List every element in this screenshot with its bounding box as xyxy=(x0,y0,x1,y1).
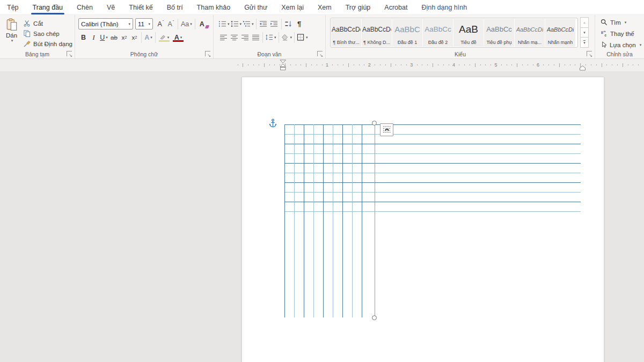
subscript-button[interactable]: x2 xyxy=(119,32,129,43)
ruler-tick xyxy=(422,64,422,65)
ruler-tick xyxy=(606,64,607,65)
grid-horizontal-line xyxy=(284,173,581,173)
style-chip-h1[interactable]: AaBbCĐầu đề 1 xyxy=(392,19,422,47)
gallery-more-button[interactable]: ▾ xyxy=(580,37,589,48)
ruler-tick xyxy=(253,64,254,65)
replace-button[interactable]: b c Thay thế xyxy=(601,29,642,38)
dialog-launcher-icon[interactable]: ↘ xyxy=(317,51,323,56)
separator xyxy=(256,19,257,29)
cut-button[interactable]: Cắt xyxy=(24,19,72,28)
ruler-number: 2 xyxy=(368,62,371,68)
shading-button[interactable]: ▾ xyxy=(281,32,293,43)
underline-button[interactable]: U ▾ xyxy=(99,32,109,43)
tab-11-acrobat[interactable]: Acrobat xyxy=(377,0,414,14)
ruler-tick xyxy=(633,64,633,65)
ruler-tick xyxy=(280,64,280,65)
style-chip-em2[interactable]: AaBbCcDiNhấn mạnh xyxy=(545,19,575,47)
clear-formatting-button[interactable]: A xyxy=(197,18,207,29)
ruler-tick xyxy=(475,63,475,67)
layout-options-button[interactable] xyxy=(380,123,393,136)
paste-button[interactable]: Dán ▾ xyxy=(3,18,20,50)
search-icon xyxy=(601,19,608,26)
shrink-font-button[interactable]: Aˇ xyxy=(166,18,176,29)
font-size-select[interactable]: 11 ▾ xyxy=(135,18,153,29)
bullets-button[interactable]: ▾ xyxy=(218,18,230,29)
strikethrough-button[interactable]: ab xyxy=(109,32,119,43)
shape-resize-handle-bottom[interactable] xyxy=(372,315,377,320)
sort-button[interactable] xyxy=(283,18,294,29)
gallery-scroll-down-button[interactable]: ▾ xyxy=(580,27,589,38)
ruler-tick xyxy=(285,63,286,67)
bold-button[interactable]: B xyxy=(78,32,89,43)
style-name: Tiêu đề phụ xyxy=(486,40,511,45)
document-area[interactable] xyxy=(0,71,644,362)
select-button[interactable]: Lựa chọn ▾ xyxy=(601,40,642,49)
style-name: Nhấn mạ... xyxy=(518,40,541,45)
tab-7-gửi-thư[interactable]: Gửi thư xyxy=(237,0,274,14)
style-chip-normal[interactable]: AaBbCcDc¶ Bình thư... xyxy=(331,19,361,47)
numbering-button[interactable]: ▾ xyxy=(230,18,243,29)
font-color-button[interactable]: A ▾ xyxy=(171,32,185,43)
tab-8-xem-lại[interactable]: Xem lại xyxy=(274,0,311,14)
grid-vertical-line xyxy=(342,124,343,317)
tab-1-trang-đầu[interactable]: Trang đầu xyxy=(26,0,70,14)
increase-indent-icon xyxy=(270,20,278,27)
paste-label: Dán xyxy=(6,32,17,39)
align-left-button[interactable] xyxy=(218,32,229,43)
style-chip-h2[interactable]: AaBbCcĐầu đề 2 xyxy=(423,19,453,47)
dialog-launcher-icon[interactable]: ↘ xyxy=(587,51,592,56)
dialog-launcher-icon[interactable]: ↘ xyxy=(205,51,210,56)
italic-button[interactable]: I xyxy=(89,32,99,43)
separator xyxy=(281,19,282,29)
style-chip-subtitle[interactable]: AaBbCcTiêu đề phụ xyxy=(484,19,514,47)
tab-10-trợ-giúp[interactable]: Trợ giúp xyxy=(339,0,378,14)
tab-0-tệp[interactable]: Tệp xyxy=(0,0,26,14)
grid-vertical-line xyxy=(294,124,295,317)
ruler-tick xyxy=(501,64,502,65)
grow-font-button[interactable]: Aˆ xyxy=(156,18,166,29)
copy-button[interactable]: Sao chép xyxy=(24,29,72,38)
font-name-select[interactable]: Calibri (Thân) ▾ xyxy=(78,18,133,29)
highlight-color-button[interactable]: ▾ xyxy=(157,32,171,43)
tab-4-thiết-kế[interactable]: Thiết kế xyxy=(122,0,159,14)
text-effects-button[interactable]: A▾ xyxy=(143,32,153,43)
superscript-button[interactable]: x2 xyxy=(129,32,140,43)
ruler-tick xyxy=(470,64,470,65)
tab-2-chèn[interactable]: Chèn xyxy=(70,0,100,14)
horizontal-ruler[interactable]: 123456 xyxy=(0,59,644,71)
group-paragraph: ▾ ▾ xyxy=(214,15,326,58)
ruler-tick xyxy=(238,64,238,65)
separator xyxy=(141,32,142,43)
dialog-launcher-icon[interactable]: ↘ xyxy=(67,51,72,56)
align-right-button[interactable] xyxy=(239,32,250,43)
change-case-button[interactable]: Aa ▾ xyxy=(180,18,193,29)
find-button[interactable]: Tìm ▾ xyxy=(601,18,642,27)
indent-markers-icon[interactable] xyxy=(280,60,287,71)
style-chip-nospace[interactable]: AaBbCcDc¶ Không D... xyxy=(362,19,392,47)
tab-9-xem[interactable]: Xem xyxy=(311,0,339,14)
show-formatting-marks-button[interactable]: ¶ xyxy=(294,18,305,29)
style-preview: AaBbCcDc xyxy=(362,19,391,40)
page[interactable] xyxy=(241,77,604,362)
increase-indent-button[interactable] xyxy=(269,18,280,29)
format-painter-button[interactable]: Bút Định dạng xyxy=(24,39,72,48)
tab-3-vẽ[interactable]: Vẽ xyxy=(100,0,122,14)
tab-12-định-dạng-hình[interactable]: Định dạng hình xyxy=(414,0,474,14)
font-color-bar xyxy=(173,40,184,42)
tab-5-bố-trí[interactable]: Bố trí xyxy=(160,0,190,14)
shape-resize-handle-top[interactable] xyxy=(372,121,377,125)
align-center-button[interactable] xyxy=(229,32,239,43)
borders-button[interactable]: ▾ xyxy=(296,32,309,43)
style-chip-em1[interactable]: AaBbCcDiNhấn mạ... xyxy=(515,19,545,47)
grid-horizontal-line xyxy=(284,202,581,202)
group-label: Kiểu xyxy=(326,51,595,57)
line-spacing-button[interactable]: ▾ xyxy=(265,32,277,43)
style-chip-title[interactable]: AaBTiêu đề xyxy=(453,19,484,47)
justify-button[interactable] xyxy=(250,32,261,43)
decrease-indent-button[interactable] xyxy=(258,18,269,29)
multilevel-list-button[interactable]: ▾ xyxy=(242,18,254,29)
gallery-scroll-up-button[interactable]: ▴ xyxy=(580,17,589,28)
tab-6-tham-khảo[interactable]: Tham khảo xyxy=(190,0,238,14)
ruler-tick xyxy=(322,64,323,65)
chevron-down-icon: ▾ xyxy=(11,39,13,42)
